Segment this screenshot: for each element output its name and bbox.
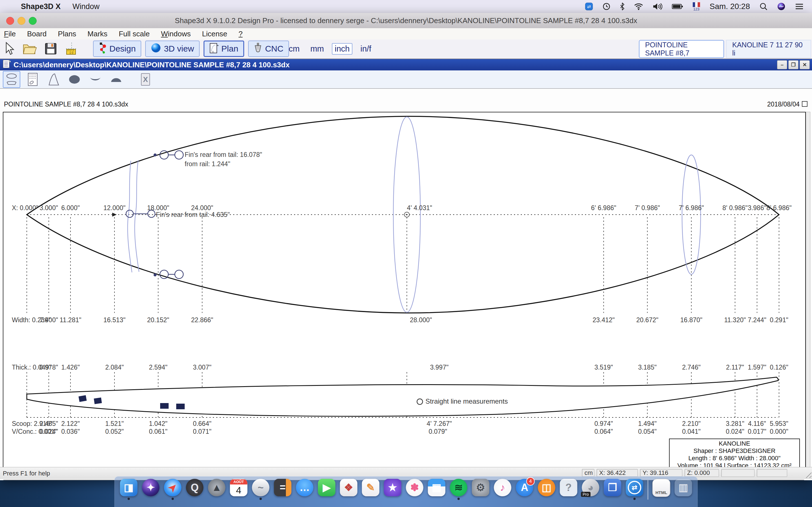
resize-grip[interactable] xyxy=(804,471,811,478)
launchpad-glyph: ▲ xyxy=(212,482,222,494)
child-close-button[interactable]: ✕ xyxy=(800,60,810,69)
menu-item-plans[interactable]: Plans xyxy=(52,30,82,38)
dock-item-teamviewer[interactable]: ⇄ xyxy=(626,479,644,501)
model-tab-0[interactable]: POINTOLINE SAMPLE #8,7 xyxy=(639,40,724,58)
notification-center-icon[interactable] xyxy=(795,3,804,10)
view-tools-toolbar: X xyxy=(0,70,812,89)
child-minimize-button[interactable]: – xyxy=(777,60,787,69)
photos-icon: ✽ xyxy=(406,479,423,496)
dock-item-pages[interactable]: ✎ xyxy=(362,479,380,501)
export-spreadsheet-icon[interactable]: X xyxy=(137,71,154,88)
volume-icon[interactable] xyxy=(653,3,662,10)
dock-item-google-earth-pro[interactable]: ◕Pro xyxy=(581,479,600,501)
dock-item-finder[interactable]: ◨ xyxy=(120,479,138,501)
menu-item-board[interactable]: Board xyxy=(21,30,52,38)
measurements-panel-icon[interactable] xyxy=(24,71,41,88)
html-file-icon: HTML xyxy=(652,479,670,497)
child-window-controls: –❐✕ xyxy=(777,60,810,69)
row-thick-label-7: 3.519" xyxy=(594,363,613,371)
view-mode-buttons: Design3D view11PlanCNC xyxy=(93,41,289,57)
dock-item-messages[interactable]: … xyxy=(296,479,314,501)
menu-item-file[interactable]: File xyxy=(0,30,21,38)
spotlight-search-icon[interactable] xyxy=(760,3,767,10)
dock-item-html-file[interactable]: HTML xyxy=(652,479,670,501)
menu-item-full-scale[interactable]: Full scale xyxy=(113,30,155,38)
3d-view-button[interactable]: 3D view xyxy=(145,41,200,57)
tail-slice-curve-2[interactable] xyxy=(135,160,139,272)
foil-view-icon[interactable] xyxy=(45,71,62,88)
running-indicator-dot xyxy=(172,498,174,500)
siri-icon[interactable] xyxy=(777,2,785,11)
board-info-box: KANOLINE Shaper : SHAPE3DESIGNER Length … xyxy=(669,439,800,468)
keyboard-layout-flag-icon[interactable]: 123 xyxy=(693,2,700,11)
model-tab-1[interactable]: KANOLINE 7 11 27 90 li xyxy=(726,40,811,58)
dock-item-photos[interactable]: ✽ xyxy=(406,479,424,501)
slice-bottom-icon[interactable] xyxy=(87,71,104,88)
dock-item-launchpad[interactable]: ▲ xyxy=(208,479,226,501)
active-app-name[interactable]: Shape3D X xyxy=(21,2,61,11)
row-thick-label-11: 1.597" xyxy=(748,363,766,371)
pointer-tool-icon[interactable] xyxy=(2,41,16,57)
board-drawing-canvas[interactable]: X: 0.000"3.000"6.000"12.000"18.000"24.00… xyxy=(3,112,806,471)
time-machine-icon[interactable] xyxy=(603,3,610,10)
menu-item-license[interactable]: License xyxy=(196,30,233,38)
save-file-icon[interactable] xyxy=(43,41,58,57)
child-window-titlebar[interactable]: C:\users\dennery\Desktop\KANOLINE\POINTO… xyxy=(0,59,812,70)
dock-item-system-preferences[interactable]: ⚙ xyxy=(472,479,490,501)
battery-icon[interactable] xyxy=(672,3,683,10)
nose-slice-curve[interactable] xyxy=(682,155,701,274)
dock-item-app-store[interactable]: A4 xyxy=(516,479,534,501)
slice-deck-icon[interactable] xyxy=(108,71,124,88)
dock-item-imovie[interactable]: ★ xyxy=(384,479,402,501)
dock-item-itunes[interactable]: ♪ xyxy=(494,479,512,501)
dock-item-siri[interactable]: ✦ xyxy=(142,479,160,501)
outline-view-tool-icon[interactable] xyxy=(3,71,20,88)
plan-button[interactable]: 11Plan xyxy=(204,41,244,57)
child-restore-button[interactable]: ❐ xyxy=(788,60,799,69)
teamviewer-menu-icon[interactable]: ⇄ xyxy=(585,3,593,10)
dock-item-help[interactable]: ? xyxy=(560,479,578,501)
dock-item-facetime[interactable]: ▶ xyxy=(318,479,336,501)
ruler-tool-icon[interactable]: 1 0 xyxy=(64,41,79,57)
menubar-clock[interactable]: Sam. 20:28 xyxy=(710,2,750,11)
slice-full-icon[interactable] xyxy=(66,71,83,88)
trash-glyph: ▥ xyxy=(678,482,688,494)
dock-item-trash[interactable]: ▥ xyxy=(674,479,693,501)
dock-item-quicktime[interactable]: Q xyxy=(186,479,204,501)
bluetooth-icon[interactable] xyxy=(620,3,624,10)
unit-inch[interactable]: inch xyxy=(332,43,352,55)
dock-item-calendar[interactable]: AOÛT4 xyxy=(230,479,248,501)
menu-item--[interactable]: ? xyxy=(233,30,248,38)
dock-item-screen-sharing-app[interactable]: ❐ xyxy=(604,479,622,501)
vertical-scrollbar[interactable] xyxy=(806,112,810,471)
dock-item-safari[interactable]: ➤ xyxy=(164,479,182,501)
window-titlebar[interactable]: Shape3d X 9.1.0.2 Design Pro - licensed … xyxy=(0,13,812,29)
dock-item-spotify[interactable]: ≋ xyxy=(450,479,468,501)
open-file-icon[interactable] xyxy=(22,41,37,57)
design-button[interactable]: Design xyxy=(93,41,141,57)
row-vconc-label-1: 0.024" xyxy=(40,428,58,436)
menu-item-window[interactable]: Window xyxy=(72,2,100,11)
row-x-label-8: 7' 0.986" xyxy=(635,204,660,212)
row-vconc-label-11: 0.017" xyxy=(748,428,766,436)
unit-cm[interactable]: cm xyxy=(286,43,303,55)
unit-in-f[interactable]: in/f xyxy=(357,43,374,55)
board-profile-outline[interactable] xyxy=(27,377,778,416)
dock-item-keynote[interactable]: ▦ xyxy=(428,479,446,501)
shape3d-window: Shape3d X 9.1.0.2 Design Pro - licensed … xyxy=(0,13,812,479)
row-x-label-10: 8' 0.986" xyxy=(722,204,748,212)
tail-slice-curve[interactable] xyxy=(128,161,132,272)
dock-item-photo-booth[interactable]: ❖ xyxy=(340,479,358,501)
dock-item-calculator[interactable]: = xyxy=(274,479,292,501)
teamviewer-icon: ⇄ xyxy=(626,479,644,496)
photos-glyph: ✽ xyxy=(410,482,419,494)
dock-item-ibooks[interactable]: ◫ xyxy=(538,479,556,501)
dock-item-shape3d-wave[interactable]: ~ xyxy=(252,479,270,501)
unit-mm[interactable]: mm xyxy=(308,43,327,55)
row-thick-label-4: 2.594" xyxy=(149,363,167,371)
cnc-button[interactable]: CNC xyxy=(248,41,289,57)
menu-item-marks[interactable]: Marks xyxy=(82,30,113,38)
menu-item-windows[interactable]: Windows xyxy=(155,30,196,38)
wifi-icon[interactable] xyxy=(634,3,643,10)
row-width-label-3: 16.513" xyxy=(103,316,126,324)
